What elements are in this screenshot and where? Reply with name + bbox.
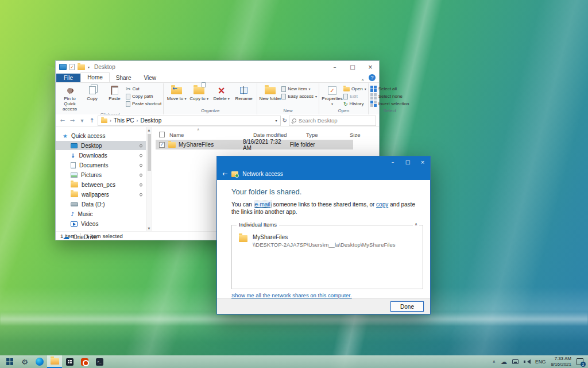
- rename-button[interactable]: Rename: [233, 83, 255, 102]
- paste-shortcut-button[interactable]: Paste shortcut: [126, 100, 161, 108]
- action-center-icon[interactable]: 2: [577, 358, 583, 365]
- dialog-close-button[interactable]: ×: [415, 159, 430, 165]
- tab-share[interactable]: Share: [110, 74, 138, 82]
- history-button[interactable]: ↻ History: [343, 100, 366, 108]
- cut-button[interactable]: ✂ Cut: [126, 85, 161, 93]
- sort-ascending-icon[interactable]: ∧: [197, 127, 199, 131]
- new-folder-label: New folder: [260, 97, 281, 102]
- dialog-minimize-button[interactable]: –: [385, 159, 400, 165]
- quick-access-new-folder-icon[interactable]: [78, 64, 85, 70]
- address-dropdown-icon[interactable]: ▾: [276, 118, 277, 122]
- dialog-title: Network access: [242, 171, 283, 177]
- new-item-button[interactable]: New item ▾: [281, 85, 317, 93]
- help-icon[interactable]: ?: [369, 74, 376, 81]
- address-breadcrumb[interactable]: › This PC › Desktop ▾: [98, 116, 281, 126]
- sidebar-item-videos[interactable]: Videos: [56, 219, 152, 228]
- new-folder-button[interactable]: New folder: [259, 83, 281, 102]
- forward-button[interactable]: →: [68, 117, 76, 124]
- sidebar-item-onedrive[interactable]: ☁ OneDrive: [56, 232, 152, 241]
- start-button[interactable]: [2, 355, 17, 368]
- office-taskbar-button[interactable]: [77, 355, 92, 368]
- refresh-icon[interactable]: ↻: [283, 117, 287, 124]
- sidebar-item-music[interactable]: ♪ Music: [56, 209, 152, 218]
- properties-button[interactable]: ✓ Properties ▾: [321, 83, 343, 107]
- sidebar-item-pictures[interactable]: Pictures: [56, 170, 152, 179]
- back-button[interactable]: ←: [59, 117, 67, 124]
- show-network-shares-link[interactable]: Show me all the network shares on this c…: [231, 292, 352, 298]
- select-all-button[interactable]: Select all: [370, 85, 409, 93]
- explorer-maximize-button[interactable]: □: [345, 64, 360, 70]
- sidebar-item-quick-access[interactable]: ★ Quick access: [56, 131, 152, 140]
- tab-view[interactable]: View: [138, 74, 163, 82]
- paste-button[interactable]: Paste: [103, 83, 126, 102]
- easy-access-button[interactable]: Easy access ▾: [281, 93, 317, 100]
- invert-selection-button[interactable]: Invert selection: [370, 100, 409, 108]
- onedrive-tray-icon[interactable]: ☁: [501, 358, 507, 366]
- dialog-maximize-button[interactable]: □: [400, 159, 415, 165]
- scroll-down-icon[interactable]: ▼: [148, 225, 150, 231]
- quick-access-properties-icon[interactable]: ✓: [69, 64, 75, 70]
- collapse-chevron-icon[interactable]: ∧: [413, 222, 419, 227]
- sidebar-item-wallpapers[interactable]: wallpapers: [56, 190, 152, 199]
- select-none-button[interactable]: Select none: [370, 93, 409, 100]
- paste-icon: [111, 86, 118, 95]
- select-all-checkbox[interactable]: [159, 132, 165, 137]
- recent-locations-dropdown-icon[interactable]: ▾: [78, 117, 86, 124]
- language-indicator[interactable]: ENG: [535, 359, 546, 365]
- move-to-button[interactable]: ← Move to ▾: [165, 83, 188, 102]
- crumb-separator: ›: [110, 118, 111, 124]
- row-checkbox-checked[interactable]: ✓: [159, 142, 165, 148]
- delete-button[interactable]: × Delete ▾: [210, 83, 233, 102]
- network-tray-icon[interactable]: [512, 359, 519, 364]
- folder-icon: [51, 358, 59, 365]
- email-link[interactable]: e-mail: [254, 201, 272, 208]
- settings-taskbar-button[interactable]: ⚙: [17, 355, 32, 368]
- tab-home[interactable]: Home: [80, 72, 110, 82]
- desktop-icon: [71, 143, 78, 148]
- edge-taskbar-button[interactable]: [32, 355, 47, 368]
- up-button[interactable]: ↑: [88, 117, 96, 124]
- sidebar-item-between-pcs[interactable]: between_pcs: [56, 180, 152, 189]
- open-button[interactable]: Open ▾: [343, 85, 366, 93]
- pin-to-quick-access-button[interactable]: Pin to Quick access: [59, 83, 81, 112]
- sidebar-item-data-drive[interactable]: Data (D:): [56, 200, 152, 209]
- store-taskbar-button[interactable]: [62, 355, 77, 368]
- column-header-date-modified[interactable]: Date modified: [253, 132, 306, 138]
- explorer-close-button[interactable]: ×: [363, 64, 378, 70]
- crumb-desktop[interactable]: Desktop: [141, 117, 162, 124]
- copy-to-label: Copy to: [189, 96, 206, 101]
- show-hidden-icons-chevron[interactable]: ∧: [493, 359, 496, 364]
- edit-button[interactable]: Edit: [343, 93, 366, 100]
- quick-access-toolbar-dropdown-icon[interactable]: ▾: [88, 65, 90, 69]
- sidebar-scrollbar[interactable]: ▲ ▼: [146, 127, 152, 231]
- shared-item[interactable]: MyShareFiles \\DESKTOP-2AJA7SP\Users\m__…: [239, 234, 423, 248]
- file-row-mysharefiles[interactable]: ✓ MyShareFiles 8/16/2021 7:32 AM File fo…: [156, 140, 353, 150]
- explorer-minimize-button[interactable]: –: [327, 64, 342, 70]
- sidebar-item-label: Desktop: [81, 143, 102, 149]
- delete-label: Delete: [213, 96, 226, 101]
- crumb-this-pc[interactable]: This PC: [114, 117, 134, 124]
- column-header-name[interactable]: Name: [169, 132, 253, 138]
- column-header-type[interactable]: Type: [306, 132, 350, 138]
- sidebar-item-desktop[interactable]: Desktop: [56, 141, 152, 150]
- copy-link[interactable]: copy: [376, 201, 388, 208]
- copy-to-dropdown-icon: ▾: [207, 97, 208, 101]
- sidebar-item-downloads[interactable]: ↑ Downloads: [56, 151, 152, 160]
- tab-file[interactable]: File: [56, 74, 80, 82]
- search-input[interactable]: [299, 117, 368, 124]
- copy-button[interactable]: Copy: [81, 83, 103, 102]
- terminal-taskbar-button[interactable]: >_: [92, 355, 107, 368]
- done-button[interactable]: Done: [390, 301, 424, 312]
- sidebar-item-documents[interactable]: Documents: [56, 160, 152, 170]
- scrollbar-thumb[interactable]: [148, 134, 151, 171]
- copy-path-button[interactable]: Copy path: [126, 93, 161, 100]
- scroll-up-icon[interactable]: ▲: [148, 127, 150, 133]
- copy-to-button[interactable]: Copy to ▾: [188, 83, 210, 102]
- onedrive-cloud-icon: ☁: [63, 233, 69, 241]
- dialog-back-icon[interactable]: ←: [222, 170, 227, 178]
- volume-tray-icon[interactable]: [524, 359, 530, 365]
- file-explorer-taskbar-button[interactable]: [47, 355, 62, 368]
- column-header-size[interactable]: Size: [350, 132, 377, 138]
- ribbon-collapse-icon[interactable]: ∧: [357, 78, 369, 82]
- clock[interactable]: 7:33 AM 8/16/2021: [551, 356, 571, 367]
